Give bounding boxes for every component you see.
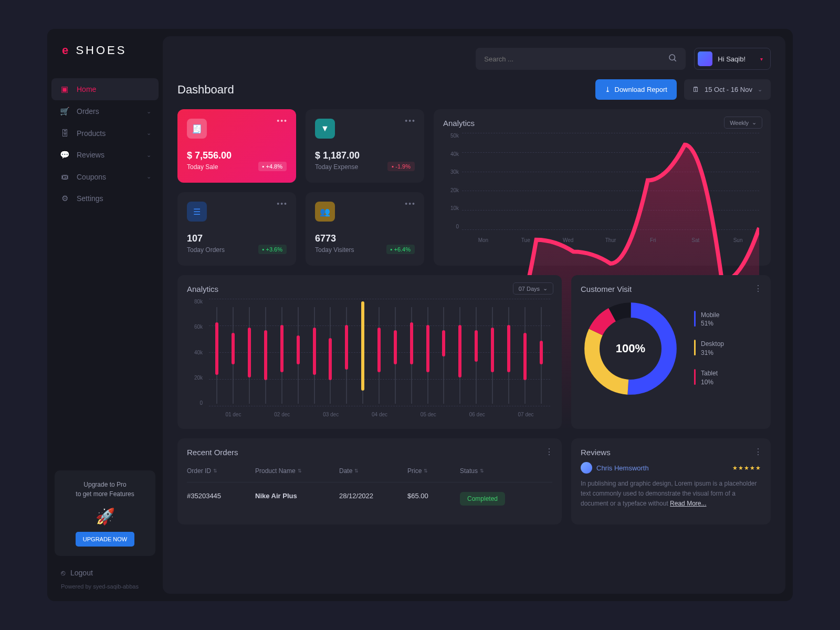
powered-by: Powered by syed-saqib-abbas — [47, 583, 163, 601]
stat-delta: ▪ +3.6% — [258, 245, 287, 254]
sidebar-item-label: Orders — [77, 107, 99, 116]
chevron-down-icon: ⌄ — [543, 285, 548, 292]
home-icon: ▣ — [59, 85, 70, 94]
cell-date: 28/12/2022 — [339, 492, 407, 506]
app-frame: e SHOES ▣ Home 🛒 Orders ⌄ 🗄 Products ⌄ 💬… — [47, 29, 793, 601]
sidebar-item-orders[interactable]: 🛒 Orders ⌄ — [47, 100, 163, 122]
stat-delta: ▪ -1.9% — [387, 162, 415, 171]
register-icon: 🧾 — [187, 119, 207, 139]
customer-visit-card: ⋮ Customer Visit 100% Mobile51%Desktop31… — [571, 275, 771, 429]
list-icon: ☰ — [187, 202, 207, 222]
upgrade-line1: Upgrade to Pro — [61, 480, 149, 489]
stat-delta: ▪ +4.8% — [258, 162, 287, 171]
main: Hi Saqib! ▾ Dashboard ⤓ Download Report … — [163, 36, 785, 594]
date-range-picker[interactable]: 🗓 15 Oct - 16 Nov ⌄ — [684, 79, 771, 100]
range-select-7days[interactable]: 07 Days⌄ — [513, 282, 553, 295]
users-icon: 👥 — [315, 202, 335, 222]
stat-value: $ 7,556.00 — [187, 150, 287, 161]
sort-icon: ⇅ — [424, 468, 428, 474]
sidebar-item-products[interactable]: 🗄 Products ⌄ — [47, 122, 163, 144]
download-icon: ⤓ — [605, 86, 611, 93]
calendar-icon: 🗓 — [692, 86, 699, 93]
status-badge: Completed — [460, 492, 505, 506]
sidebar-item-label: Coupons — [77, 173, 106, 181]
more-icon[interactable]: ••• — [277, 117, 288, 125]
user-menu[interactable]: Hi Saqib! ▾ — [694, 48, 771, 70]
legend-item: Mobile51% — [694, 311, 724, 329]
box-icon: 🗄 — [59, 129, 70, 138]
stat-value: 6773 — [315, 233, 415, 244]
x-axis-labels: 01 dec02 dec03 dec04 dec05 dec06 dec07 d… — [209, 412, 550, 417]
download-report-button[interactable]: ⤓ Download Report — [595, 79, 677, 100]
col-date[interactable]: Date⇅ — [339, 467, 407, 475]
sidebar-item-home[interactable]: ▣ Home — [51, 78, 159, 100]
y-axis-labels: 80k60k40k20k0 — [187, 299, 203, 406]
sidebar-item-reviews[interactable]: 💬 Reviews ⌄ — [47, 144, 163, 166]
more-icon[interactable]: ••• — [405, 117, 416, 125]
titlebar: Dashboard ⤓ Download Report 🗓 15 Oct - 1… — [177, 79, 771, 100]
table-header: Order ID⇅ Product Name⇅ Date⇅ Price⇅ Sta… — [187, 462, 552, 482]
search-box[interactable] — [476, 48, 686, 70]
avatar — [698, 51, 712, 66]
sidebar-item-settings[interactable]: ⚙ Settings — [47, 187, 163, 209]
upgrade-line2: to get more Features — [61, 489, 149, 499]
gear-icon: ⚙ — [59, 194, 70, 203]
recent-orders-card: ⋮ Recent Orders Order ID⇅ Product Name⇅ … — [177, 438, 562, 524]
sidebar-item-label: Home — [77, 85, 96, 93]
sort-icon: ⇅ — [213, 468, 217, 474]
range-select-weekly[interactable]: Weekly⌄ — [724, 117, 762, 129]
review-text: In publishing and graphic design, Lorem … — [581, 479, 761, 509]
svg-line-1 — [675, 59, 676, 61]
chevron-down-icon: ▾ — [760, 56, 763, 62]
table-row[interactable]: #35203445 Nike Air Plus 28/12/2022 $65.0… — [187, 482, 552, 515]
filter-icon: ▼ — [315, 119, 335, 139]
more-icon[interactable]: ⋮ — [754, 447, 762, 457]
sidebar-nav: ▣ Home 🛒 Orders ⌄ 🗄 Products ⌄ 💬 Reviews… — [47, 78, 163, 209]
card-title: Reviews — [581, 448, 761, 457]
rocket-icon: 🚀 — [61, 507, 149, 526]
upgrade-button[interactable]: UPGRADE NOW — [76, 532, 134, 547]
read-more-link[interactable]: Read More... — [670, 500, 706, 507]
sort-icon: ⇅ — [298, 468, 302, 474]
analytics-7day-card: Analytics 07 Days⌄ 80k60k40k20k0 01 dec0… — [177, 275, 562, 429]
stat-card-sale: ••• 🧾 $ 7,556.00 Today Sale ▪ +4.8% — [177, 109, 296, 183]
reviews-card: ⋮ Reviews Chris Hemsworth ★★★★★ In publi… — [571, 438, 771, 524]
analytics-weekly-card: Analytics Weekly⌄ 50k40k30k20k10k0 MonTu… — [434, 109, 771, 266]
more-icon[interactable]: ••• — [405, 200, 416, 208]
stat-card-orders: ••• ☰ 107 Today Orders ▪ +3.6% — [177, 192, 296, 266]
review-header: Chris Hemsworth ★★★★★ — [581, 462, 761, 474]
logout-link[interactable]: ⎋ Logout — [47, 569, 163, 583]
sidebar-item-label: Reviews — [77, 151, 104, 159]
topbar: Hi Saqib! ▾ — [163, 36, 785, 75]
reviewer-name: Chris Hemsworth — [596, 464, 649, 472]
user-greeting: Hi Saqib! — [718, 55, 746, 63]
sidebar-item-coupons[interactable]: 🎟 Coupons ⌄ — [47, 166, 163, 187]
chevron-down-icon: ⌄ — [752, 119, 757, 126]
cell-order-id: #35203445 — [187, 492, 255, 506]
cart-icon: 🛒 — [59, 107, 70, 116]
more-icon[interactable]: ••• — [277, 200, 288, 208]
stat-value: 107 — [187, 233, 287, 244]
col-price[interactable]: Price⇅ — [407, 467, 460, 475]
more-icon[interactable]: ⋮ — [754, 284, 762, 293]
logout-icon: ⎋ — [61, 569, 65, 577]
legend-item: Tablet10% — [694, 369, 724, 387]
sort-icon: ⇅ — [480, 468, 484, 474]
chevron-down-icon: ⌄ — [758, 86, 762, 93]
sidebar-item-label: Products — [77, 129, 106, 138]
cell-product: Nike Air Plus — [255, 492, 339, 506]
sidebar: e SHOES ▣ Home 🛒 Orders ⌄ 🗄 Products ⌄ 💬… — [47, 29, 163, 601]
candle-bars — [209, 299, 549, 404]
mid-row: Analytics 07 Days⌄ 80k60k40k20k0 01 dec0… — [177, 275, 771, 429]
col-status[interactable]: Status⇅ — [460, 467, 523, 475]
col-order-id[interactable]: Order ID⇅ — [187, 467, 255, 475]
col-product[interactable]: Product Name⇅ — [255, 467, 339, 475]
candle-chart: 80k60k40k20k0 01 dec02 dec03 dec04 dec05… — [187, 299, 552, 419]
card-title: Customer Visit — [581, 285, 761, 293]
card-title: Analytics — [187, 285, 552, 293]
stats-row: ••• 🧾 $ 7,556.00 Today Sale ▪ +4.8% ••• … — [177, 109, 771, 266]
search-input[interactable] — [484, 55, 668, 63]
more-icon[interactable]: ⋮ — [545, 447, 553, 457]
stat-delta: ▪ +6.4% — [386, 245, 415, 254]
card-title: Recent Orders — [187, 448, 552, 457]
